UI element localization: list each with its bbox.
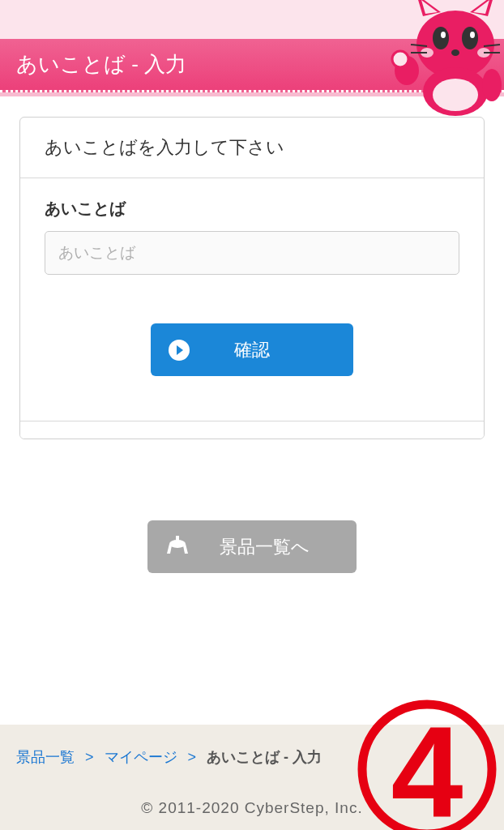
breadcrumb-separator: >	[85, 749, 94, 765]
crane-icon	[165, 536, 190, 558]
svg-text:4: 4	[391, 699, 463, 830]
cat-mascot	[366, 0, 504, 122]
svg-point-17	[482, 69, 502, 101]
breadcrumb-link-mypage[interactable]: マイページ	[105, 749, 177, 765]
step-badge: 4	[354, 696, 500, 830]
svg-point-19	[169, 540, 186, 548]
confirm-button-label: 確認	[234, 338, 270, 362]
svg-point-1	[433, 27, 449, 49]
svg-point-3	[441, 32, 446, 38]
card-footer-strip	[20, 421, 484, 439]
card-body: あいことば 確認	[20, 178, 484, 421]
card-heading: あいことばを入力して下さい	[20, 118, 484, 178]
svg-point-4	[470, 32, 475, 38]
breadcrumb-current: あいことば - 入力	[207, 749, 322, 765]
svg-point-5	[451, 49, 459, 56]
field-label: あいことば	[45, 198, 459, 220]
prize-list-button[interactable]: 景品一覧へ	[147, 520, 357, 573]
breadcrumb-link-prizes[interactable]: 景品一覧	[16, 749, 75, 765]
password-phrase-input[interactable]	[45, 231, 459, 275]
svg-point-2	[462, 27, 478, 49]
svg-point-13	[433, 79, 478, 111]
form-card: あいことばを入力して下さい あいことば 確認	[19, 117, 485, 439]
arrow-right-icon	[169, 340, 190, 361]
prize-list-button-label: 景品一覧へ	[220, 535, 310, 559]
confirm-button[interactable]: 確認	[151, 323, 353, 376]
breadcrumb-separator: >	[188, 749, 197, 765]
